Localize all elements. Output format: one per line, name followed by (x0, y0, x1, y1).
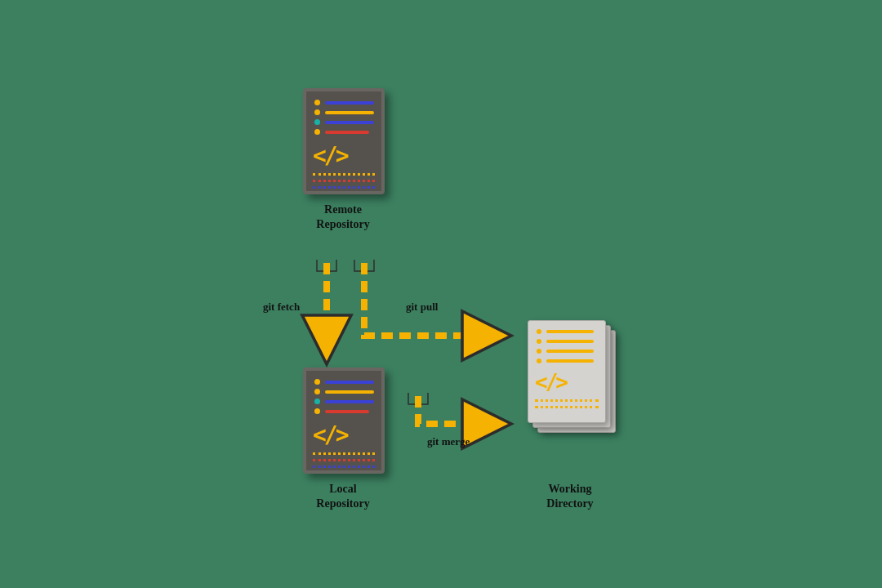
code-icon: </> (313, 421, 347, 448)
working-directory-icon: </> (528, 320, 617, 434)
local-repo-label: Local Repository (286, 482, 400, 511)
code-icon: </> (313, 142, 347, 169)
label-git-pull: git pull (406, 301, 438, 314)
arrow-merge (408, 393, 501, 424)
label-git-fetch: git fetch (263, 301, 300, 314)
arrows-layer (0, 0, 882, 588)
working-directory-label: Working Directory (513, 482, 627, 511)
diagram-stage: </> Remote Repository </> Local Reposito… (0, 0, 882, 588)
arrow-pull (354, 260, 501, 336)
remote-repo-icon: </> (303, 88, 385, 194)
label-git-merge: git merge (427, 435, 470, 448)
local-repo-icon: </> (303, 368, 385, 474)
code-icon: </> (535, 370, 566, 394)
arrow-fetch (317, 260, 336, 354)
remote-repo-label: Remote Repository (286, 203, 400, 232)
